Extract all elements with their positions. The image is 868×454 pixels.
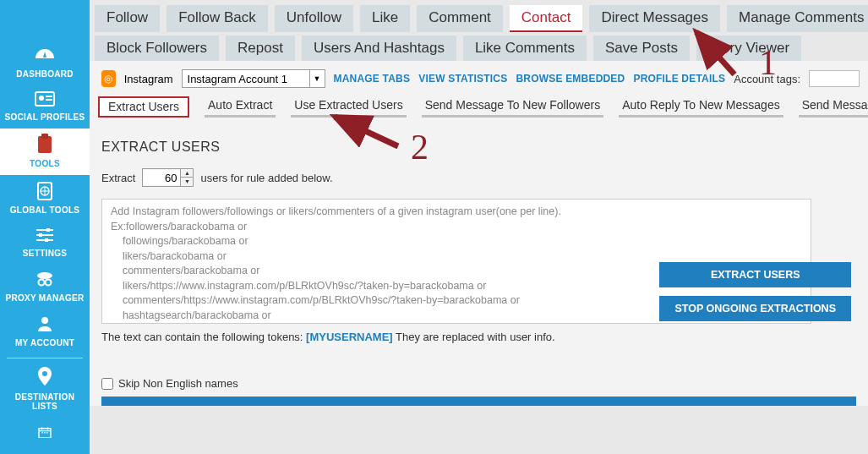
stepper-down-icon[interactable]: ▼: [181, 178, 193, 186]
svg-point-1: [39, 96, 44, 101]
tab-story-viewer[interactable]: Story Viewer: [696, 36, 801, 61]
tab-repost[interactable]: Repost: [226, 36, 295, 61]
stepper-up-icon[interactable]: ▲: [181, 169, 193, 178]
sub-tabs: Extract Users Auto Extract Use Extracted…: [90, 93, 868, 121]
svg-rect-2: [46, 96, 52, 97]
sidebar-item-extra[interactable]: [0, 418, 90, 443]
subtab-use-extracted[interactable]: Use Extracted Users: [291, 96, 406, 118]
page-title: EXTRACT USERS: [101, 139, 856, 155]
svg-rect-3: [46, 99, 52, 101]
extract-count-stepper[interactable]: ▲ ▼: [142, 168, 194, 187]
skip-label: Skip Non English names: [118, 377, 238, 390]
sidebar-item-destination[interactable]: DESTINATION LISTS: [0, 362, 90, 418]
sidebar-item-account[interactable]: MY ACCOUNT: [0, 309, 90, 354]
instagram-icon: ◎: [101, 70, 116, 87]
action-buttons: EXTRACT USERS STOP ONGOING EXTRACTIONS: [659, 262, 851, 321]
tab-dm[interactable]: Direct Messages: [589, 5, 720, 32]
tab-block[interactable]: Block Followers: [95, 36, 219, 61]
extract-count-input[interactable]: [143, 170, 180, 185]
subtab-extract-users[interactable]: Extract Users: [98, 96, 189, 118]
chevron-down-icon[interactable]: ▼: [309, 70, 325, 87]
svg-rect-15: [39, 429, 51, 438]
account-bar: ◎ Instagram Instagram Account 1 ▼ MANAGE…: [90, 61, 868, 93]
clipboard-icon: [35, 134, 54, 157]
token-myusername: [MYUSERNAME]: [306, 331, 393, 343]
tab-like-comments[interactable]: Like Comments: [463, 36, 587, 61]
svg-rect-9: [39, 233, 42, 237]
tab-follow-back[interactable]: Follow Back: [167, 5, 268, 32]
tab-manage-comments[interactable]: Manage Comments: [727, 5, 868, 32]
account-tags-input[interactable]: [809, 70, 860, 87]
sidebar-item-dashboard[interactable]: DASHBOARD: [0, 42, 90, 85]
profiles-icon: [34, 90, 56, 111]
calendar-icon: [35, 423, 55, 441]
top-tabs-row-1: Follow Follow Back Unfollow Like Comment…: [90, 0, 868, 32]
sidebar-item-tools[interactable]: TOOLS: [0, 129, 90, 175]
tab-contact[interactable]: Contact: [510, 5, 583, 32]
subtab-send-new-followers[interactable]: Send Message To New Followers: [422, 96, 604, 118]
svg-point-11: [37, 272, 52, 279]
annotation-number-1: 1: [759, 42, 777, 83]
sidebar-item-settings[interactable]: SETTINGS: [0, 222, 90, 265]
skip-non-english-checkbox[interactable]: [101, 378, 113, 390]
tab-users-hashtags[interactable]: Users And Hashtags: [302, 36, 456, 61]
extract-label: Extract: [101, 172, 135, 184]
svg-point-12: [39, 280, 45, 286]
account-selected: Instagram Account 1: [183, 73, 309, 85]
svg-point-13: [46, 280, 52, 286]
main: Follow Follow Back Unfollow Like Comment…: [90, 0, 868, 454]
link-view-stats[interactable]: VIEW STATISTICS: [418, 73, 507, 85]
tab-unfollow[interactable]: Unfollow: [275, 5, 353, 32]
subtab-auto-reply[interactable]: Auto Reply To New Messages: [619, 96, 783, 118]
extract-suffix: users for rule added below.: [200, 172, 332, 184]
subtab-send-messages[interactable]: Send Messages: [799, 96, 868, 118]
pin-icon: [36, 367, 53, 391]
svg-point-14: [41, 317, 48, 324]
sidebar-item-global-tools[interactable]: GLOBAL TOOLS: [0, 175, 90, 222]
extract-users-button[interactable]: EXTRACT USERS: [659, 262, 851, 287]
sidebar: DASHBOARD SOCIAL PROFILES TOOLS GLOBAL T…: [0, 0, 90, 454]
subtab-auto-extract[interactable]: Auto Extract: [205, 96, 276, 118]
tab-save-posts[interactable]: Save Posts: [593, 36, 690, 61]
svg-rect-5: [41, 134, 48, 139]
col-status: STATUS: [704, 403, 763, 406]
col-extracted: #EXTRACTED: [763, 403, 848, 406]
account-dropdown[interactable]: Instagram Account 1 ▼: [182, 69, 325, 88]
user-icon: [35, 315, 54, 336]
top-tabs-row-2: Block Followers Repost Users And Hashtag…: [90, 32, 868, 61]
annotation-number-2: 2: [411, 127, 429, 167]
svg-rect-8: [46, 228, 50, 232]
spy-icon: [35, 270, 55, 292]
dashboard-icon: [34, 47, 56, 68]
platform-label: Instagram: [124, 73, 173, 85]
tab-like[interactable]: Like: [360, 5, 410, 32]
token-info: The text can contain the following token…: [101, 331, 856, 343]
tab-comment[interactable]: Comment: [417, 5, 503, 32]
stop-extractions-button[interactable]: STOP ONGOING EXTRACTIONS: [659, 296, 851, 321]
col-link: LINK: [270, 403, 704, 406]
globe-icon: [35, 180, 54, 204]
results-table-header: DATE LINK STATUS #EXTRACTED: [101, 397, 856, 406]
link-profile-details[interactable]: PROFILE DETAILS: [633, 73, 725, 85]
svg-rect-10: [45, 238, 48, 242]
link-browse-embedded[interactable]: BROWSE EMBEDDED: [516, 73, 625, 85]
tab-follow[interactable]: Follow: [95, 5, 160, 32]
sliders-icon: [35, 227, 55, 247]
sidebar-item-social-profiles[interactable]: SOCIAL PROFILES: [0, 85, 90, 129]
sidebar-item-proxy[interactable]: PROXY MANAGER: [0, 265, 90, 309]
link-manage-tabs[interactable]: MANAGE TABS: [334, 73, 411, 85]
col-date: DATE: [110, 403, 270, 406]
